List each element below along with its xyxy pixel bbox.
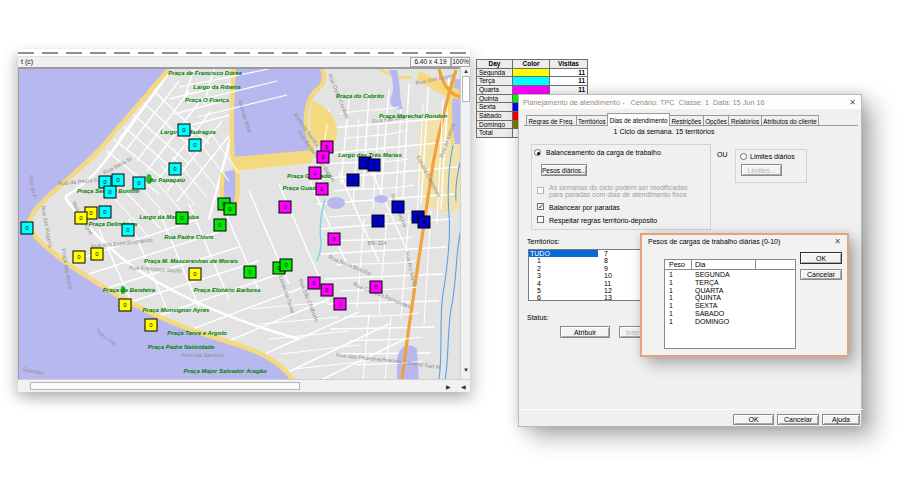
svg-text:Largo da Ribeira: Largo da Ribeira <box>193 84 241 90</box>
svg-text:Praça Major Salvador Aragão: Praça Major Salvador Aragão <box>183 368 266 374</box>
svg-text:Praça M. Mascarenhas de Morais: Praça M. Mascarenhas de Morais <box>144 258 239 264</box>
svg-text:Praça Terve e Argolo: Praça Terve e Argolo <box>167 330 227 336</box>
svg-text:Praça de Francisco Dórea: Praça de Francisco Dórea <box>168 70 242 76</box>
svg-text:BR-324: BR-324 <box>368 240 387 246</box>
svg-text:Praça Guado: Praça Guado <box>282 185 319 191</box>
svg-text:Praça da Bandeira: Praça da Bandeira <box>103 287 156 293</box>
svg-text:Praça Padre Natividade: Praça Padre Natividade <box>148 344 215 350</box>
svg-text:Praça do Cabrito: Praça do Cabrito <box>336 93 384 99</box>
svg-text:Avenida Santorio: Avenida Santorio <box>182 352 225 358</box>
svg-text:Praça Eliziário Barbosa: Praça Eliziário Barbosa <box>194 287 261 293</box>
svg-text:Praça Monsignor Ayres: Praça Monsignor Ayres <box>143 307 210 313</box>
svg-text:Praça O França: Praça O França <box>185 97 230 103</box>
svg-text:Praça Marechal Rondon: Praça Marechal Rondon <box>379 113 448 119</box>
svg-text:Largo da Massaguba: Largo da Massaguba <box>139 214 199 220</box>
svg-text:do Papagaiú: do Papagaiú <box>149 177 185 183</box>
svg-text:Rua Padre Clóvis: Rua Padre Clóvis <box>164 234 214 240</box>
